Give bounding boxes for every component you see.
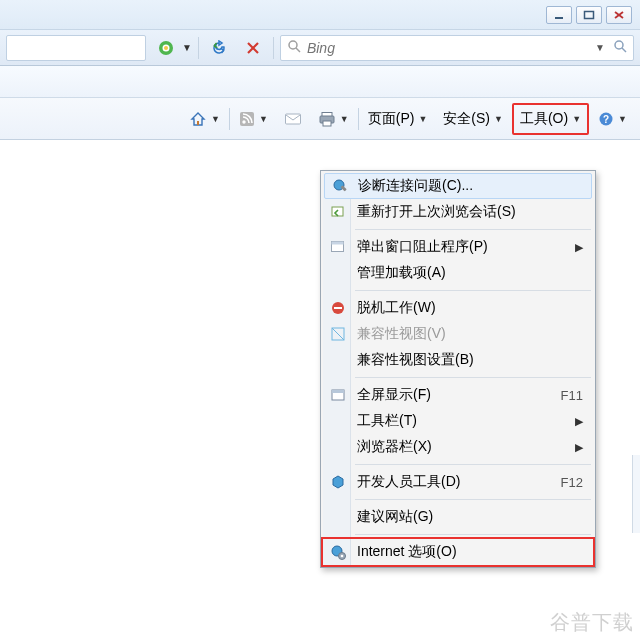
svg-point-9 (289, 41, 297, 49)
mail-icon (284, 112, 302, 126)
globe-wrench-icon (331, 177, 349, 195)
menu-item-toolbars[interactable]: 工具栏(T) ▶ (323, 408, 593, 434)
search-provider-dropdown[interactable]: ▼ (591, 42, 609, 53)
menu-item-manage-addons[interactable]: 管理加载项(A) (323, 260, 593, 286)
window-titlebar (0, 0, 640, 30)
chevron-down-icon: ▼ (211, 114, 220, 124)
menu-item-label: 兼容性视图设置(B) (357, 351, 583, 369)
rss-icon (239, 111, 255, 127)
svg-point-16 (242, 120, 245, 123)
svg-rect-1 (585, 11, 594, 18)
window-edge-stub (632, 455, 640, 533)
watermark-text: 谷普下载 (550, 609, 634, 636)
search-go-button[interactable] (613, 39, 627, 56)
menu-item-label: 工具栏(T) (357, 412, 575, 430)
separator (358, 108, 359, 130)
menu-item-label: 兼容性视图(V) (357, 325, 583, 343)
popup-blocker-icon (329, 238, 347, 256)
menu-item-explorer-bars[interactable]: 浏览器栏(X) ▶ (323, 434, 593, 460)
svg-rect-27 (332, 242, 344, 245)
svg-line-10 (296, 48, 300, 52)
search-icon (287, 39, 301, 56)
menu-item-dev-tools[interactable]: 开发人员工具(D) F12 (323, 469, 593, 495)
menu-item-compat-view: 兼容性视图(V) (323, 321, 593, 347)
menu-item-label: 重新打开上次浏览会话(S) (357, 203, 583, 221)
separator (273, 37, 274, 59)
tools-menu-label: 工具(O) (520, 110, 568, 128)
feeds-button[interactable]: ▼ (232, 103, 275, 135)
submenu-arrow-icon: ▶ (575, 415, 583, 428)
menu-item-label: 浏览器栏(X) (357, 438, 575, 456)
tools-menu-button[interactable]: 工具(O) ▼ (512, 103, 589, 135)
menu-item-label: 诊断连接问题(C)... (358, 177, 581, 195)
separator (198, 37, 199, 59)
tools-dropdown-menu: 诊断连接问题(C)... 重新打开上次浏览会话(S) 弹出窗口阻止程序(P) ▶… (320, 170, 596, 568)
reopen-session-icon (329, 203, 347, 221)
offline-icon (329, 299, 347, 317)
home-button[interactable]: ▼ (182, 103, 227, 135)
page-menu-button[interactable]: 页面(P) ▼ (361, 103, 435, 135)
menu-separator (355, 464, 591, 465)
menu-item-label: 管理加载项(A) (357, 264, 583, 282)
chevron-down-icon: ▼ (618, 114, 627, 124)
menu-item-suggested-sites[interactable]: 建议网站(G) (323, 504, 593, 530)
menu-item-popup-blocker[interactable]: 弹出窗口阻止程序(P) ▶ (323, 234, 593, 260)
chevron-down-icon: ▼ (572, 114, 581, 124)
chevron-down-icon: ▼ (259, 114, 268, 124)
chevron-down-icon: ▼ (182, 42, 192, 53)
menu-separator (355, 534, 591, 535)
svg-rect-29 (334, 307, 342, 309)
window-maximize-button[interactable] (576, 6, 602, 24)
address-box-stub[interactable] (6, 35, 146, 61)
compat-view-icon (329, 325, 347, 343)
refresh-button[interactable] (205, 35, 233, 61)
help-icon: ? (598, 111, 614, 127)
menu-item-label: 全屏显示(F) (357, 386, 553, 404)
svg-rect-14 (197, 121, 199, 125)
internet-options-icon (329, 543, 347, 561)
menu-separator (355, 377, 591, 378)
chevron-down-icon: ▼ (340, 114, 349, 124)
menu-item-label: 开发人员工具(D) (357, 473, 553, 491)
separator (229, 108, 230, 130)
print-button[interactable]: ▼ (311, 103, 356, 135)
menu-item-label: Internet 选项(O) (357, 543, 583, 561)
help-menu-button[interactable]: ? ▼ (591, 103, 634, 135)
security-shield-icon[interactable] (152, 35, 180, 61)
svg-rect-20 (323, 121, 331, 126)
svg-point-36 (341, 555, 344, 558)
read-mail-button[interactable] (277, 103, 309, 135)
menu-item-accelerator: F11 (553, 388, 583, 403)
stop-button[interactable] (239, 35, 267, 61)
safety-menu-label: 安全(S) (443, 110, 490, 128)
menu-item-reopen-last-session[interactable]: 重新打开上次浏览会话(S) (323, 199, 593, 225)
menu-separator (355, 290, 591, 291)
menu-item-compat-settings[interactable]: 兼容性视图设置(B) (323, 347, 593, 373)
chevron-down-icon: ▼ (418, 114, 427, 124)
menu-item-accelerator: F12 (553, 475, 583, 490)
menu-item-fullscreen[interactable]: 全屏显示(F) F11 (323, 382, 593, 408)
menu-item-internet-options[interactable]: Internet 选项(O) (323, 539, 593, 565)
menu-item-label: 弹出窗口阻止程序(P) (357, 238, 575, 256)
menu-item-label: 建议网站(G) (357, 508, 583, 526)
menu-separator (355, 499, 591, 500)
menu-item-work-offline[interactable]: 脱机工作(W) (323, 295, 593, 321)
safety-menu-button[interactable]: 安全(S) ▼ (436, 103, 510, 135)
svg-rect-0 (555, 17, 563, 19)
search-input[interactable] (307, 40, 591, 56)
tabs-row-stub (0, 66, 640, 98)
window-close-button[interactable] (606, 6, 632, 24)
search-box[interactable]: ▼ (280, 35, 634, 61)
submenu-arrow-icon: ▶ (575, 441, 583, 454)
svg-text:?: ? (603, 114, 609, 125)
window-minimize-button[interactable] (546, 6, 572, 24)
svg-line-12 (622, 48, 626, 52)
svg-point-6 (164, 46, 168, 50)
menu-item-diagnose-connection[interactable]: 诊断连接问题(C)... (324, 173, 592, 199)
devtools-icon (329, 473, 347, 491)
svg-point-11 (615, 41, 623, 49)
svg-rect-17 (285, 114, 300, 124)
fullscreen-icon (329, 386, 347, 404)
svg-marker-33 (333, 476, 343, 488)
address-toolbar: ▼ ▼ (0, 30, 640, 66)
